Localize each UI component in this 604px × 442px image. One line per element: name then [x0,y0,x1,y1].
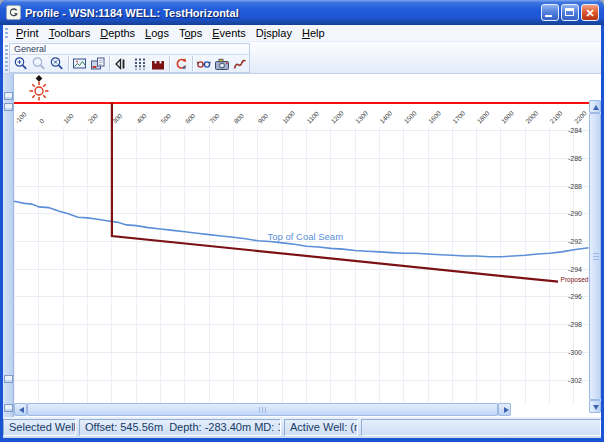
menu-events[interactable]: Events [207,26,251,40]
maximize-button[interactable] [561,4,579,21]
toolbar-gripper-icon[interactable] [5,45,8,71]
menubar-gripper-icon[interactable] [5,28,8,39]
casing-icon [150,56,166,72]
top-of-coal-seam-label: Top of Coal Seam [268,231,344,242]
menu-toolbars[interactable]: Toolbars [44,26,96,40]
log-display-icon [132,56,148,72]
y-axis-tick-label: -284 [568,127,582,134]
toolbar-separator [109,56,110,71]
close-button[interactable]: ✕ [581,4,599,21]
x-axis-tick-label: 400 [135,112,148,125]
zoom-out-button[interactable] [48,55,66,72]
menu-help[interactable]: Help [297,26,330,40]
x-axis-tick-label: 2100 [548,109,563,124]
proposed-label: Proposed [561,276,589,284]
status-cursor-position: Offset: 545.56m Depth: -283.40m MD: 1004… [79,419,281,436]
casing-button[interactable] [149,55,167,72]
x-axis-tick-label: 600 [184,112,197,125]
scroll-right-button[interactable] [498,403,511,416]
arrow-left-icon [19,407,24,413]
menu-print[interactable]: Print [11,26,44,40]
x-axis-tick-label: 1800 [475,109,490,124]
profile-plot[interactable]: -100010020030040050060070080090010001100… [14,74,589,404]
x-axis-tick-label: 2200 [573,109,588,124]
y-axis-tick-label: -296 [568,293,582,300]
refresh-button[interactable] [172,55,190,72]
x-axis-tick-label: 1900 [500,109,515,124]
menu-display[interactable]: Display [251,26,297,40]
status-spacer [361,419,601,436]
zoom-in-button[interactable] [12,55,30,72]
menu-bar: PrintToolbarsDepthsLogsTopsEventsDisplay… [3,25,601,42]
x-axis-tick-label: 1000 [281,109,296,124]
x-axis-tick-label: 1200 [330,109,345,124]
pane-toggle-button[interactable] [4,92,13,100]
caption-buttons: ✕ [541,4,599,21]
profile-app-icon [6,5,21,20]
toolbar-separator [169,56,170,71]
thumb-grip-icon [593,253,599,260]
toolbar-icons [10,55,249,72]
x-axis-tick-label: 800 [232,112,245,125]
y-axis-tick-label: -294 [568,266,582,273]
horizontal-scroll-thumb[interactable] [27,403,498,416]
zoom-out-icon [49,56,65,72]
y-axis-tick-label: -300 [568,349,582,356]
minimize-button[interactable] [541,4,559,21]
horizontal-scrollbar[interactable] [14,403,511,416]
x-axis-tick-label: 700 [208,112,221,125]
curve-icon [232,56,248,72]
image-icon [72,56,88,72]
curve-button[interactable] [231,55,249,72]
close-icon: ✕ [582,6,598,20]
x-axis-tick-label: 200 [86,112,99,125]
pane-toggle-button[interactable] [4,404,13,412]
pane-toggle-button[interactable] [4,375,13,383]
pane-toggle-button[interactable] [4,103,13,111]
title-bar[interactable]: Profile - WSN:1184 WELL: TestHorizontal … [0,0,604,25]
vertical-scrollbar[interactable] [589,100,601,413]
x-axis-tick-label: 1300 [354,109,369,124]
arrow-right-icon [504,407,509,413]
x-axis-tick-label: 1700 [451,109,466,124]
zoom-window-button[interactable] [30,55,48,72]
left-panel-strip[interactable] [3,74,14,417]
vertical-scroll-thumb[interactable] [589,113,601,400]
sun-wellhead-icon [35,87,43,95]
y-axis-tick-label: -288 [568,183,582,190]
toolbar-group-general: General [9,43,250,73]
status-bar: Selected Well: N/A Offset: 545.56m Depth… [3,417,601,438]
x-axis-tick-label: 500 [159,112,172,125]
view-3d-button[interactable] [195,55,213,72]
arrow-down-icon [593,405,599,410]
arrow-up-icon [593,105,599,110]
scroll-left-button[interactable] [14,403,27,416]
export-button[interactable] [89,55,107,72]
x-axis-tick-label: 900 [257,112,270,125]
proposed-line[interactable] [112,103,558,282]
toolbar-band: General [3,42,601,74]
profile-window: Profile - WSN:1184 WELL: TestHorizontal … [0,0,604,442]
log-display-button[interactable] [130,55,148,72]
snapshot-button[interactable] [213,55,231,72]
snapshot-icon [214,56,230,72]
sun-ray [32,95,34,97]
x-axis-tick-label: -100 [14,110,28,124]
sun-ray [32,84,34,86]
image-button[interactable] [71,55,89,72]
previous-marker-button[interactable] [112,55,130,72]
x-axis-tick-label: 1600 [427,109,442,124]
status-selected-well: Selected Well: N/A [3,419,76,436]
scroll-down-button[interactable] [589,400,601,413]
window-title: Profile - WSN:1184 WELL: TestHorizontal [25,7,239,19]
status-active-well: Active Well: (null) [284,419,358,436]
menu-tops[interactable]: Tops [174,26,207,40]
menu-logs[interactable]: Logs [140,26,174,40]
menu-depths[interactable]: Depths [95,26,140,40]
y-axis-tick-label: -290 [568,210,582,217]
top-of-coal-seam-line[interactable] [14,201,589,256]
scroll-up-button[interactable] [589,100,601,113]
x-axis-tick-label: 1100 [305,110,320,125]
toolbar-separator [68,56,69,71]
thumb-grip-icon [259,407,267,413]
